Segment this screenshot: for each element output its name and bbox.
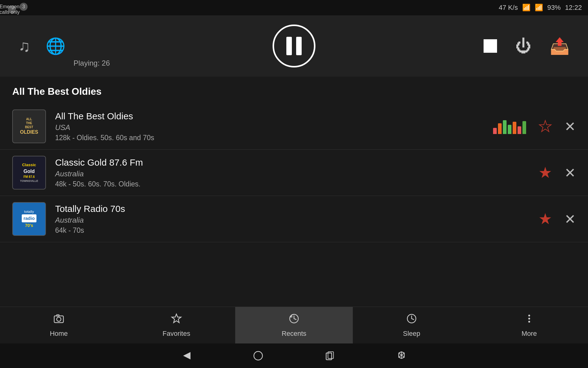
battery-level: 93%	[547, 4, 561, 12]
notification-badge: 3	[20, 3, 28, 11]
share-button[interactable]: 📤	[550, 37, 570, 56]
globe-icon[interactable]: 🌐	[46, 37, 66, 56]
station-actions: ★ ✕	[538, 211, 576, 227]
music-icon[interactable]: ♫	[18, 37, 30, 55]
equalizer	[493, 119, 526, 134]
station-country: Australia	[55, 170, 532, 178]
radio-item[interactable]: ALLTHEBESTOLDIES All The Best Oldies USA…	[0, 103, 588, 150]
emergency-text: Emergency calls only 3	[6, 2, 28, 13]
status-bar: Emergency calls only 3 47 K/s 📶 📶 93% 12…	[0, 0, 588, 15]
favorite-button[interactable]: ★	[538, 211, 552, 227]
station-info: Classic Gold 87.6 Fm Australia 48k - 50s…	[55, 157, 532, 188]
right-controls: ⏻ 📤	[484, 37, 570, 56]
android-home-button[interactable]	[253, 351, 263, 361]
station-name: Classic Gold 87.6 Fm	[55, 157, 532, 168]
section-title: All The Best Oldies	[0, 77, 588, 103]
android-menu-button[interactable]	[396, 351, 407, 361]
home-icon	[53, 313, 65, 327]
android-navigation	[0, 343, 588, 368]
svg-point-10	[254, 351, 262, 360]
svg-point-6	[528, 315, 530, 316]
station-info: Totally Radio 70s Australia 64k - 70s	[55, 204, 532, 235]
left-controls: ♫ 🌐	[18, 37, 66, 56]
nav-home[interactable]: Home	[0, 307, 118, 343]
station-name: All The Best Oldies	[55, 111, 487, 121]
radio-list: ALLTHEBESTOLDIES All The Best Oldies USA…	[0, 103, 588, 242]
station-country: Australia	[55, 216, 532, 224]
favorites-icon	[171, 313, 182, 327]
radio-item[interactable]: Classic Gold FM 87.6 TOWNSVILLE Classic …	[0, 150, 588, 196]
clock: 12:22	[565, 4, 582, 12]
station-thumbnail: totally radio 70's	[12, 202, 46, 236]
sleep-icon	[406, 313, 417, 327]
bottom-navigation: Home Favorites Recents Sleep	[0, 307, 588, 343]
pause-button[interactable]	[273, 25, 315, 67]
android-recents-button[interactable]	[325, 351, 335, 361]
playing-label: Playing: 26	[74, 59, 110, 67]
more-icon	[523, 313, 535, 327]
nav-recents-label: Recents	[282, 330, 307, 338]
radio-item[interactable]: totally radio 70's Totally Radio 70s Aus…	[0, 196, 588, 242]
svg-marker-9	[183, 352, 190, 359]
pause-icon	[286, 37, 302, 55]
favorite-button[interactable]: ★	[538, 165, 552, 180]
nav-favorites[interactable]: Favorites	[118, 307, 235, 343]
svg-point-8	[528, 321, 530, 323]
favorite-button[interactable]: ★	[538, 119, 552, 134]
remove-button[interactable]: ✕	[564, 211, 576, 227]
station-thumbnail: ALLTHEBESTOLDIES	[12, 109, 46, 143]
remove-button[interactable]: ✕	[564, 165, 576, 181]
nav-more[interactable]: More	[470, 307, 588, 343]
wifi-icon: 📶	[535, 4, 543, 12]
station-country: USA	[55, 123, 487, 132]
nav-home-label: Home	[50, 330, 68, 338]
nav-more-label: More	[522, 330, 537, 338]
network-speed: 47 K/s	[499, 4, 518, 12]
android-back-button[interactable]	[181, 351, 192, 361]
station-actions: ★ ✕	[538, 165, 576, 181]
svg-point-7	[528, 318, 530, 320]
player-controls: ♫ 🌐 Playing: 26 ⏻ 📤	[0, 15, 588, 77]
nav-recents[interactable]: Recents	[235, 307, 353, 343]
remove-button[interactable]: ✕	[564, 119, 576, 134]
station-thumbnail: Classic Gold FM 87.6 TOWNSVILLE	[12, 156, 46, 190]
status-right: 47 K/s 📶 📶 93% 12:22	[499, 4, 582, 12]
svg-rect-2	[57, 315, 59, 316]
station-description: 64k - 70s	[55, 226, 532, 235]
power-button[interactable]: ⏻	[515, 37, 531, 55]
nav-sleep[interactable]: Sleep	[353, 307, 470, 343]
nav-favorites-label: Favorites	[163, 330, 190, 338]
stop-button[interactable]	[484, 39, 497, 53]
station-name: Totally Radio 70s	[55, 204, 532, 214]
station-actions: ★ ✕	[493, 119, 576, 134]
nav-sleep-label: Sleep	[403, 330, 420, 338]
recents-icon	[288, 313, 300, 327]
station-description: 48k - 50s. 60s. 70s. Oldies.	[55, 180, 532, 188]
svg-point-1	[57, 317, 61, 321]
bluetooth-icon: 📶	[522, 4, 530, 12]
svg-marker-3	[172, 314, 181, 323]
station-description: 128k - Oldies. 50s. 60s and 70s	[55, 134, 487, 142]
station-info: All The Best Oldies USA 128k - Oldies. 5…	[55, 111, 487, 142]
